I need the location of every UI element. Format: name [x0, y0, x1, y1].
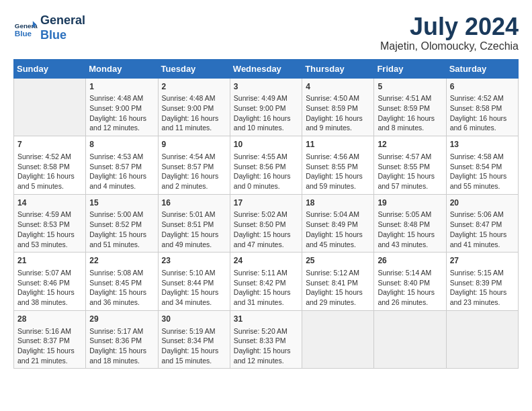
calendar-cell: 12Sunrise: 4:57 AMSunset: 8:55 PMDayligh… [374, 136, 446, 195]
day-info: Daylight: 15 hours and 47 minutes. [234, 230, 298, 249]
calendar-week-row: 28Sunrise: 5:16 AMSunset: 8:37 PMDayligh… [14, 310, 519, 369]
day-info: Daylight: 15 hours and 23 minutes. [450, 287, 515, 307]
day-info: Sunrise: 4:48 AM [89, 93, 154, 103]
day-info: Sunset: 8:51 PM [162, 220, 226, 230]
calendar-cell: 17Sunrise: 5:02 AMSunset: 8:50 PMDayligh… [230, 194, 302, 253]
calendar-cell: 4Sunrise: 4:50 AMSunset: 8:59 PMDaylight… [302, 78, 374, 136]
day-info: Daylight: 15 hours and 34 minutes. [162, 287, 226, 307]
day-info: Sunrise: 5:00 AM [89, 210, 154, 220]
day-info: Sunset: 8:34 PM [162, 336, 226, 346]
day-info: Sunset: 8:37 PM [17, 336, 82, 346]
calendar-cell [374, 310, 446, 369]
day-info: Sunrise: 5:14 AM [378, 268, 442, 278]
calendar-cell: 25Sunrise: 5:12 AMSunset: 8:41 PMDayligh… [302, 253, 374, 311]
day-info: Sunset: 8:39 PM [450, 278, 515, 288]
calendar-week-row: 21Sunrise: 5:07 AMSunset: 8:46 PMDayligh… [14, 253, 519, 311]
day-number: 23 [162, 255, 226, 267]
day-info: Sunrise: 5:19 AM [162, 326, 226, 336]
logo-line2: Blue [40, 28, 66, 42]
calendar-cell: 3Sunrise: 4:49 AMSunset: 9:00 PMDaylight… [230, 78, 302, 136]
weekday-header: Wednesday [230, 59, 302, 78]
day-info: Daylight: 16 hours and 0 minutes. [234, 171, 298, 191]
day-info: Daylight: 15 hours and 12 minutes. [234, 346, 298, 365]
calendar-week-row: 7Sunrise: 4:52 AMSunset: 8:58 PMDaylight… [14, 136, 519, 195]
calendar-cell: 29Sunrise: 5:17 AMSunset: 8:36 PMDayligh… [86, 310, 158, 369]
day-info: Sunset: 8:57 PM [162, 162, 226, 172]
calendar-cell [14, 78, 86, 136]
calendar-cell: 26Sunrise: 5:14 AMSunset: 8:40 PMDayligh… [374, 253, 446, 311]
day-number: 20 [450, 197, 515, 209]
calendar-cell: 22Sunrise: 5:08 AMSunset: 8:45 PMDayligh… [86, 253, 158, 311]
day-info: Sunrise: 4:57 AM [378, 152, 442, 162]
day-info: Daylight: 15 hours and 36 minutes. [89, 287, 154, 307]
day-info: Sunset: 8:56 PM [234, 162, 298, 172]
day-info: Sunrise: 5:07 AM [17, 268, 82, 278]
calendar-week-row: 1Sunrise: 4:48 AMSunset: 9:00 PMDaylight… [14, 78, 519, 136]
day-number: 9 [162, 139, 226, 150]
day-info: Daylight: 15 hours and 55 minutes. [450, 171, 515, 191]
calendar-cell: 8Sunrise: 4:53 AMSunset: 8:57 PMDaylight… [86, 136, 158, 195]
day-info: Sunset: 9:00 PM [89, 103, 154, 113]
weekday-header: Tuesday [158, 59, 230, 78]
day-info: Sunset: 8:52 PM [89, 220, 154, 230]
day-info: Daylight: 16 hours and 5 minutes. [17, 171, 82, 191]
day-info: Sunset: 8:36 PM [89, 336, 154, 346]
day-number: 13 [450, 139, 515, 150]
weekday-header: Friday [374, 59, 446, 78]
day-info: Sunset: 8:55 PM [378, 162, 442, 172]
calendar-week-row: 14Sunrise: 4:59 AMSunset: 8:53 PMDayligh… [14, 194, 519, 253]
calendar-body: 1Sunrise: 4:48 AMSunset: 9:00 PMDaylight… [14, 78, 519, 369]
day-info: Daylight: 15 hours and 45 minutes. [306, 230, 370, 249]
calendar-header-row: SundayMondayTuesdayWednesdayThursdayFrid… [14, 59, 519, 78]
day-info: Daylight: 15 hours and 15 minutes. [162, 346, 226, 365]
day-number: 3 [234, 81, 298, 93]
day-number: 25 [306, 255, 370, 267]
calendar-cell: 9Sunrise: 4:54 AMSunset: 8:57 PMDaylight… [158, 136, 230, 195]
day-info: Sunrise: 4:55 AM [234, 152, 298, 162]
day-info: Sunset: 8:44 PM [162, 278, 226, 288]
title-block: July 2024 Majetin, Olomoucky, Czechia [380, 13, 519, 52]
calendar-cell: 27Sunrise: 5:15 AMSunset: 8:39 PMDayligh… [446, 253, 518, 311]
day-number: 11 [306, 139, 370, 150]
svg-text:Blue: Blue [15, 28, 32, 37]
month-year: July 2024 [380, 13, 519, 40]
day-info: Sunrise: 5:02 AM [234, 210, 298, 220]
page-header: General Blue General Blue July 2024 Maje… [13, 13, 519, 52]
day-info: Sunset: 8:58 PM [450, 103, 515, 113]
day-info: Sunset: 8:42 PM [234, 278, 298, 288]
calendar-cell: 6Sunrise: 4:52 AMSunset: 8:58 PMDaylight… [446, 78, 518, 136]
day-number: 1 [89, 81, 154, 93]
calendar-cell: 20Sunrise: 5:06 AMSunset: 8:47 PMDayligh… [446, 194, 518, 253]
calendar-cell: 31Sunrise: 5:20 AMSunset: 8:33 PMDayligh… [230, 310, 302, 369]
day-number: 26 [378, 255, 442, 267]
day-number: 19 [378, 197, 442, 209]
calendar-cell [446, 310, 518, 369]
day-number: 7 [17, 139, 82, 150]
day-info: Sunrise: 5:17 AM [89, 326, 154, 336]
weekday-header: Sunday [14, 59, 86, 78]
day-info: Daylight: 15 hours and 59 minutes. [306, 171, 370, 191]
day-number: 18 [306, 197, 370, 209]
calendar-cell: 5Sunrise: 4:51 AMSunset: 8:59 PMDaylight… [374, 78, 446, 136]
calendar-cell: 13Sunrise: 4:58 AMSunset: 8:54 PMDayligh… [446, 136, 518, 195]
day-info: Daylight: 16 hours and 4 minutes. [89, 171, 154, 191]
day-number: 24 [234, 255, 298, 267]
day-number: 21 [17, 255, 82, 267]
day-info: Sunset: 8:54 PM [450, 162, 515, 172]
day-info: Sunrise: 4:54 AM [162, 152, 226, 162]
day-number: 10 [234, 139, 298, 150]
day-info: Daylight: 15 hours and 57 minutes. [378, 171, 442, 191]
day-number: 31 [234, 314, 298, 325]
day-info: Sunset: 8:33 PM [234, 336, 298, 346]
day-info: Daylight: 15 hours and 53 minutes. [17, 230, 82, 249]
day-info: Sunrise: 4:48 AM [162, 93, 226, 103]
calendar-table: SundayMondayTuesdayWednesdayThursdayFrid… [13, 59, 519, 369]
logo-icon: General Blue [13, 16, 38, 40]
logo-line1: General [40, 13, 85, 27]
day-info: Daylight: 16 hours and 2 minutes. [162, 171, 226, 191]
day-info: Sunrise: 4:51 AM [378, 93, 442, 103]
day-info: Daylight: 16 hours and 10 minutes. [234, 113, 298, 133]
day-info: Sunset: 8:41 PM [306, 278, 370, 288]
day-info: Sunrise: 5:05 AM [378, 210, 442, 220]
day-number: 12 [378, 139, 442, 150]
